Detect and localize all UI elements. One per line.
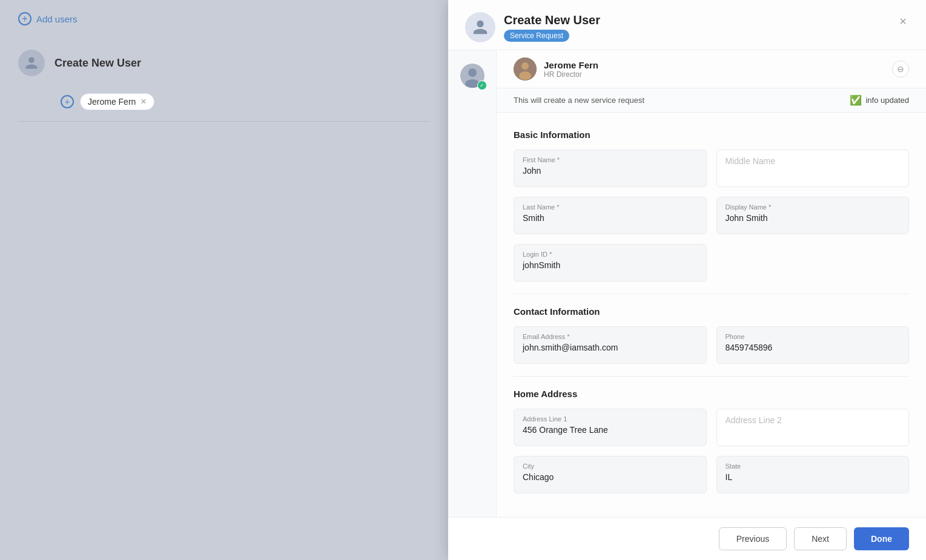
address-line2-field[interactable]: Address Line 2 (716, 409, 910, 446)
done-button[interactable]: Done (854, 527, 909, 550)
address-line1-value: 456 Orange Tree Lane (523, 425, 698, 435)
address-line2-placeholder: Address Line 2 (726, 415, 901, 425)
sidebar-user-entry[interactable]: ✓ (457, 60, 488, 91)
email-label: Email Address * (523, 333, 698, 340)
workflow-title: Create New User (55, 57, 141, 70)
modal-panel: Create New User Service Request × ✓ (448, 0, 926, 560)
city-label: City (523, 463, 698, 470)
city-value: Chicago (523, 472, 698, 482)
section-divider-2 (514, 376, 909, 377)
notice-bar: This will create a new service request ✅… (497, 88, 926, 113)
modal-title: Create New User (504, 13, 600, 27)
login-id-label: Login ID * (523, 251, 698, 258)
modal-close-button[interactable]: × (897, 12, 909, 31)
first-name-field[interactable]: First Name * John (514, 150, 707, 187)
info-bar: Jerome Fern HR Director ⊖ (497, 50, 926, 88)
address-line1-label: Address Line 1 (523, 415, 698, 423)
info-bar-user-role: HR Director (544, 70, 598, 79)
workflow-icon (18, 50, 45, 76)
info-bar-menu-button[interactable]: ⊖ (892, 61, 909, 77)
left-panel: + Add users Create New User + Jerome Fer… (0, 0, 448, 560)
display-name-label: Display Name * (726, 203, 901, 211)
user-tag: Jerome Fern × (80, 93, 154, 110)
email-field[interactable]: Email Address * john.smith@iamsath.com (514, 326, 707, 364)
modal-sidebar: ✓ (448, 50, 497, 517)
state-label: State (726, 463, 901, 470)
modal-content-area: Jerome Fern HR Director ⊖ This will crea… (497, 50, 926, 517)
info-updated-check-icon: ✅ (850, 94, 862, 106)
svg-point-1 (468, 68, 477, 77)
phone-field[interactable]: Phone 8459745896 (716, 326, 910, 364)
info-bar-right: ⊖ (892, 61, 909, 77)
phone-label: Phone (726, 333, 901, 340)
email-value: john.smith@iamsath.com (523, 343, 698, 352)
user-tag-row: + Jerome Fern × (0, 88, 448, 115)
first-name-value: John (523, 166, 698, 176)
sidebar-user-check-badge: ✓ (477, 81, 487, 90)
middle-name-placeholder: Middle Name (726, 156, 901, 166)
contact-info-section-title: Contact Information (514, 306, 909, 317)
section-divider-1 (514, 294, 909, 294)
form-area: Basic Information First Name * John Midd… (497, 113, 926, 515)
user-tag-close-icon[interactable]: × (141, 96, 146, 107)
modal-header-icon (465, 12, 495, 42)
basic-info-section-title: Basic Information (514, 130, 909, 140)
modal-footer: Previous Next Done (448, 517, 926, 560)
modal-badge: Service Request (504, 30, 569, 42)
info-updated: ✅ info updated (850, 94, 909, 106)
workflow-item: Create New User (0, 38, 448, 88)
add-users-label: Add users (36, 14, 78, 24)
modal-header: Create New User Service Request × (448, 0, 926, 50)
last-name-field[interactable]: Last Name * Smith (514, 197, 707, 234)
state-field[interactable]: State IL (716, 456, 910, 493)
svg-point-4 (521, 62, 529, 70)
login-row: Login ID * johnSmith (514, 244, 909, 282)
divider-line (18, 121, 430, 122)
display-name-value: John Smith (726, 213, 901, 223)
modal-title-group: Create New User Service Request (504, 13, 600, 42)
state-value: IL (726, 472, 901, 482)
login-id-value: johnSmith (523, 260, 698, 270)
info-bar-avatar (514, 58, 537, 81)
info-bar-user-details: Jerome Fern HR Director (544, 60, 598, 79)
name-row-1: First Name * John Middle Name (514, 150, 909, 187)
address-row-2: City Chicago State IL (514, 456, 909, 493)
middle-name-field[interactable]: Middle Name (716, 150, 910, 187)
previous-button[interactable]: Previous (719, 527, 787, 550)
city-field[interactable]: City Chicago (514, 456, 707, 493)
home-address-section-title: Home Address (514, 389, 909, 399)
last-name-value: Smith (523, 213, 698, 223)
info-bar-user-name: Jerome Fern (544, 60, 598, 70)
name-row-2: Last Name * Smith Display Name * John Sm… (514, 197, 909, 234)
add-users-button[interactable]: + Add users (0, 0, 96, 38)
user-tag-add-icon[interactable]: + (61, 95, 74, 108)
display-name-field[interactable]: Display Name * John Smith (716, 197, 910, 234)
address-line1-field[interactable]: Address Line 1 456 Orange Tree Lane (514, 409, 707, 446)
login-id-field[interactable]: Login ID * johnSmith (514, 244, 707, 282)
add-users-plus-icon: + (18, 12, 31, 25)
info-bar-user: Jerome Fern HR Director (514, 58, 598, 81)
first-name-label: First Name * (523, 156, 698, 163)
next-button[interactable]: Next (794, 527, 847, 550)
contact-row: Email Address * john.smith@iamsath.com P… (514, 326, 909, 364)
last-name-label: Last Name * (523, 203, 698, 211)
modal-header-left: Create New User Service Request (465, 12, 600, 42)
modal-body: ✓ Jerome Fern HR Director (448, 50, 926, 517)
user-tag-name: Jerome Fern (88, 97, 136, 107)
phone-value: 8459745896 (726, 343, 901, 352)
notice-text: This will create a new service request (514, 96, 644, 105)
address-row-1: Address Line 1 456 Orange Tree Lane Addr… (514, 409, 909, 446)
svg-point-5 (519, 71, 531, 80)
info-updated-label: info updated (865, 96, 909, 105)
